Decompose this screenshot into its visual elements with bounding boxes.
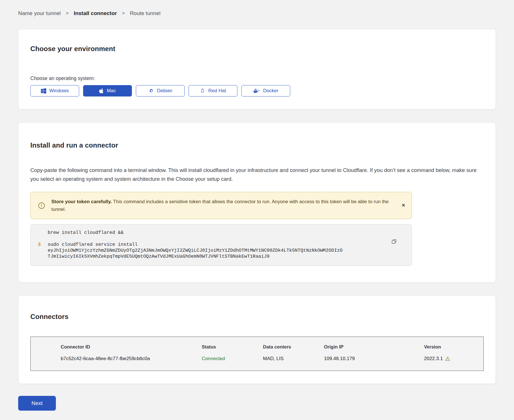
- code-line-brew: brew install cloudflared &&: [48, 230, 123, 236]
- status-badge: Connected: [202, 356, 263, 362]
- connectors-table: Connector ID Status Data centers Origin …: [30, 337, 484, 371]
- os-select-label: Choose an operating system:: [30, 75, 484, 81]
- close-icon[interactable]: ✕: [402, 203, 405, 208]
- environment-card-title: Choose your environment: [30, 45, 484, 53]
- os-button-redhat[interactable]: Red Hat: [189, 85, 237, 96]
- version-value: 2022.3.1: [424, 356, 443, 362]
- breadcrumb-separator: >: [66, 10, 69, 16]
- code-token-line-2: TJmIiwicyI6Ik5XVmhZekpqTmpVdE5UQmtOQzAwT…: [48, 253, 343, 259]
- connectors-table-header: Connector ID Status Data centers Origin …: [31, 337, 483, 350]
- os-button-mac[interactable]: Mac: [83, 85, 132, 96]
- col-origin-ip: Origin IP: [324, 344, 424, 350]
- connector-row: b7c52c42-6caa-48ee-8c77-fbe259cb6c0a Con…: [31, 350, 483, 371]
- os-button-docker[interactable]: Docker: [241, 85, 290, 96]
- install-command-code-block: brew install cloudflared && $ sudo cloud…: [30, 224, 412, 266]
- os-button-label: Docker: [263, 88, 279, 94]
- warning-circle-icon: [38, 202, 45, 209]
- col-version: Version: [424, 344, 478, 350]
- col-status: Status: [202, 344, 263, 350]
- origin-ip-value: 109.48.10.179: [324, 356, 424, 362]
- copy-icon[interactable]: [391, 239, 397, 244]
- token-warning-text: Store your token carefully. This command…: [51, 198, 392, 213]
- col-data-centers: Data centers: [263, 344, 324, 350]
- os-button-windows[interactable]: Windows: [30, 85, 79, 96]
- apple-icon: [99, 88, 104, 94]
- code-line-command: sudo cloudflared service install: [48, 242, 343, 247]
- docker-whale-icon: [253, 88, 260, 93]
- col-connector-id: Connector ID: [61, 344, 202, 350]
- windows-icon: [41, 88, 46, 94]
- shell-prompt: $: [38, 242, 48, 259]
- token-warning-bold: Store your token carefully.: [51, 199, 112, 204]
- debian-swirl-icon: [148, 88, 154, 94]
- install-connector-title: Install and run a connector: [30, 141, 484, 149]
- os-button-label: Debian: [157, 88, 172, 94]
- os-button-debian[interactable]: Debian: [136, 85, 185, 96]
- token-warning-banner: Store your token carefully. This command…: [30, 192, 412, 219]
- breadcrumb-route-tunnel[interactable]: Route tunnel: [130, 10, 161, 16]
- connectors-title: Connectors: [30, 313, 484, 321]
- breadcrumb-install-connector[interactable]: Install connector: [74, 10, 117, 16]
- connector-id-value: b7c52c42-6caa-48ee-8c77-fbe259cb6c0a: [61, 356, 202, 362]
- os-button-label: Mac: [107, 88, 116, 94]
- os-button-label: Windows: [49, 88, 69, 94]
- data-centers-value: MAD, LIS: [263, 356, 324, 362]
- install-connector-description: Copy-paste the following command into a …: [30, 166, 484, 183]
- environment-card: Choose your environment Choose an operat…: [18, 29, 496, 110]
- breadcrumb: Name your tunnel > Install connector > R…: [18, 10, 496, 16]
- install-connector-card: Install and run a connector Copy-paste t…: [18, 122, 496, 283]
- os-button-group: Windows Mac Debian Red Hat Docker: [30, 85, 484, 96]
- next-button[interactable]: Next: [18, 396, 56, 411]
- connectors-card: Connectors Connector ID Status Data cent…: [18, 295, 496, 384]
- penguin-icon: [200, 88, 205, 94]
- os-button-label: Red Hat: [208, 88, 226, 94]
- version-warning-triangle-icon[interactable]: [445, 356, 450, 361]
- breadcrumb-separator: >: [122, 10, 125, 16]
- breadcrumb-name-your-tunnel[interactable]: Name your tunnel: [18, 10, 61, 16]
- code-token-line-1: eyJhIjoiOWM1YjczYzhmZGNmZDUyOTg2ZjA3NmJm…: [48, 247, 343, 253]
